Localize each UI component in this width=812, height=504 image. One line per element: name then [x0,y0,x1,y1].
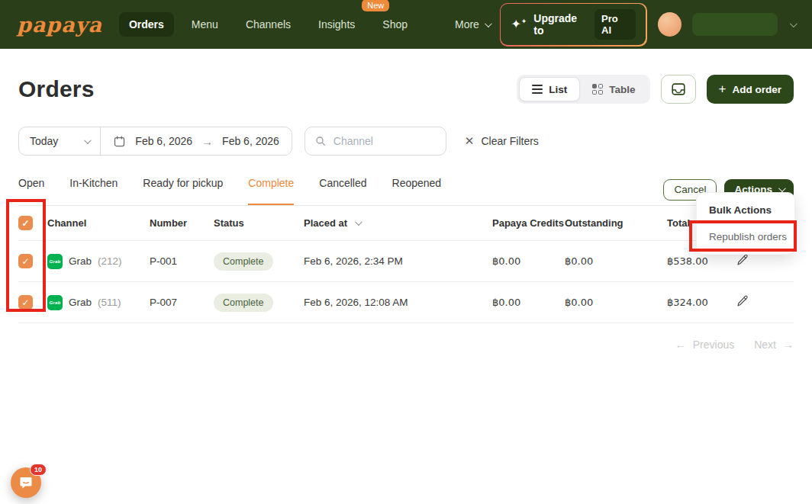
next-label: Next [754,339,776,351]
orders-page: Orders List Table + Add or [0,75,812,351]
arrow-left-icon: ← [675,339,686,351]
orders-table: ✓ Channel Number Status Placed at Papaya… [18,206,794,323]
chat-launcher-button[interactable]: 10 [11,467,41,498]
quick-range-select[interactable]: Today [19,135,100,147]
total: ฿538.00 [667,255,727,267]
select-all-checkbox[interactable]: ✓ [18,216,33,230]
clear-filters-label: Clear Filters [481,135,538,147]
clear-filters-button[interactable]: ✕ Clear Filters [465,134,539,148]
column-header-status[interactable]: Status [214,217,304,229]
tab-cancelled[interactable]: Cancelled [319,174,366,205]
row-checkbox[interactable]: ✓ [18,254,33,268]
column-header-number[interactable]: Number [150,217,214,229]
sort-chevron-icon [355,218,362,226]
next-page-button[interactable]: Next → [754,339,794,351]
tab-complete[interactable]: Complete [248,174,294,205]
actions-dropdown-menu: Bulk Actions Republish orders [696,192,795,255]
add-order-button[interactable]: + Add order [707,75,794,104]
channel-count: (212) [98,255,122,267]
order-row[interactable]: ✓ Grab Grab (212) P-001 Complete Feb 6, … [18,241,794,282]
nav-item-more[interactable]: More [445,12,500,37]
chat-unread-badge: 10 [30,464,47,476]
pencil-icon [736,294,749,308]
placed-at-label: Placed at [304,217,347,229]
page-header: Orders List Table + Add or [18,75,794,104]
status-tabs-row: Open In-Kitchen Ready for pickup Complet… [18,174,794,206]
chevron-down-icon [778,185,786,192]
nav-item-insights[interactable]: Insights [308,12,365,37]
chat-bubble-icon [18,475,34,490]
status-badge: Complete [214,294,273,312]
order-number: P-001 [150,255,214,267]
upgrade-button-inner: ✦✦ Upgrade to Pro AI [501,4,646,45]
add-order-label: Add order [732,84,781,95]
menu-item-republish-orders[interactable]: Republish orders [697,223,794,250]
inbox-button[interactable] [661,75,696,104]
date-range-picker[interactable]: Feb 6, 2026 → Feb 6, 2026 [101,135,291,148]
nav-item-menu[interactable]: Menu [182,12,228,37]
date-from[interactable]: Feb 6, 2026 [135,135,192,147]
view-toggle-table[interactable]: Table [580,77,647,101]
tab-in-kitchen[interactable]: In-Kitchen [69,174,118,205]
table-header-row: ✓ Channel Number Status Placed at Papaya… [18,206,794,241]
column-header-outstanding[interactable]: Outstanding [565,217,667,229]
order-row[interactable]: ✓ Grab Grab (511) P-007 Complete Feb 6, … [18,282,794,323]
table-grid-icon [592,84,603,95]
status-tabs: Open In-Kitchen Ready for pickup Complet… [18,174,441,205]
view-toggle-list[interactable]: List [519,77,580,101]
edit-order-button[interactable] [736,294,749,308]
total: ฿324.00 [667,297,727,308]
nav-item-label: More [455,18,479,30]
nav-item-label: Channels [246,18,291,30]
quick-range-value: Today [30,135,58,147]
channel-name: Grab [69,297,92,308]
status-badge: Complete [214,252,273,271]
nav-item-label: Shop [382,18,408,30]
inbox-tray-icon [670,81,687,98]
nav-item-shop[interactable]: New Shop [372,12,417,37]
outstanding: ฿0.00 [565,297,667,308]
previous-page-button[interactable]: ← Previous [675,339,734,351]
papaya-credits: ฿0.00 [492,255,565,267]
close-icon: ✕ [465,134,475,148]
user-name-pill[interactable] [692,13,778,36]
edit-order-button[interactable] [736,253,749,267]
date-filter-group: Today Feb 6, 2026 → Feb 6, 2026 [18,127,292,156]
tab-label: Complete [248,177,294,189]
upgrade-label: Upgrade to [533,12,588,37]
upgrade-button[interactable]: ✦✦ Upgrade to Pro AI [500,3,647,47]
papaya-logo[interactable]: papaya [17,13,102,37]
placed-at: Feb 6, 2026, 12:08 AM [304,297,492,308]
column-header-channel[interactable]: Channel [47,217,150,229]
channel-search-input[interactable] [334,135,425,147]
tab-reopened[interactable]: Reopened [392,174,442,205]
chevron-down-icon[interactable] [790,20,798,27]
nav-item-orders[interactable]: Orders [119,12,174,37]
list-icon [532,85,543,94]
tab-open[interactable]: Open [18,174,44,205]
column-header-credits[interactable]: Papaya Credits [492,217,565,229]
column-header-placed-at[interactable]: Placed at [304,217,492,229]
menu-item-bulk-actions[interactable]: Bulk Actions [697,197,794,223]
channel-count: (511) [98,297,121,308]
navbar-right: ✦✦ Upgrade to Pro AI [500,3,795,47]
main-nav: Orders Menu Channels Insights New Shop M… [119,12,500,37]
channel-search [304,127,446,156]
view-list-label: List [549,84,567,95]
grab-icon: Grab [47,295,63,310]
nav-item-label: Insights [318,18,355,30]
row-checkbox[interactable]: ✓ [18,295,33,310]
tab-ready-for-pickup[interactable]: Ready for pickup [143,174,223,205]
avatar[interactable] [658,12,682,37]
date-to[interactable]: Feb 6, 2026 [222,135,279,147]
page-title: Orders [18,76,95,102]
top-navbar: papaya Orders Menu Channels Insights New… [0,0,812,49]
order-number: P-007 [150,297,214,308]
plus-icon: + [719,82,727,97]
channel-name: Grab [69,255,92,267]
nav-item-label: Orders [129,18,164,30]
nav-item-channels[interactable]: Channels [236,12,301,37]
tab-label: Ready for pickup [143,177,223,189]
channel-cell: Grab Grab (212) [47,254,150,269]
papaya-credits: ฿0.00 [492,297,565,308]
